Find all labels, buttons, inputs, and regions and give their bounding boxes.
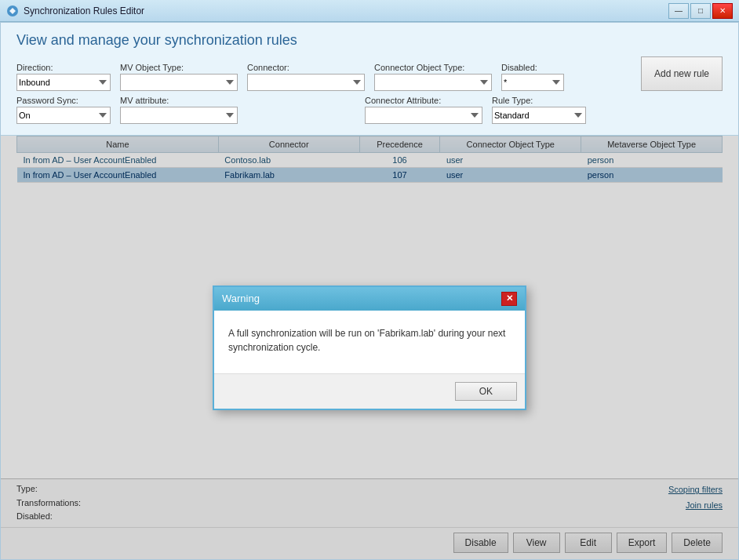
dialog-title: Warning	[222, 293, 260, 304]
close-button[interactable]: ✕	[712, 3, 733, 19]
connector-object-type-select[interactable]	[374, 74, 492, 91]
rule-type-select[interactable]: Standard	[492, 107, 586, 124]
add-new-rule-button[interactable]: Add new rule	[641, 56, 723, 91]
disabled-filter: Disabled: *	[501, 63, 564, 91]
connector-object-type-label: Connector Object Type:	[374, 63, 492, 72]
connector-select[interactable]	[247, 74, 365, 91]
password-sync-label: Password Sync:	[16, 96, 111, 105]
connector-label: Connector:	[247, 63, 365, 72]
connector-attribute-label: Connector Attribute:	[365, 96, 482, 105]
dialog-ok-button[interactable]: OK	[455, 382, 517, 401]
dialog-body: A full synchronization will be run on 'F…	[214, 311, 525, 373]
dialog-footer: OK	[214, 373, 525, 409]
dialog-title-bar: Warning ✕	[214, 287, 525, 311]
header-area: View and manage your synchronization rul…	[1, 23, 738, 136]
dialog-overlay: Warning ✕ A full synchronization will be…	[1, 136, 738, 559]
mv-object-type-label: MV Object Type:	[120, 63, 238, 72]
mv-attribute-select[interactable]	[120, 107, 238, 124]
direction-label: Direction:	[16, 63, 111, 72]
main-window: View and manage your synchronization rul…	[0, 22, 739, 560]
password-sync-select[interactable]: On	[16, 107, 111, 124]
page-title: View and manage your synchronization rul…	[16, 32, 723, 49]
password-sync-filter: Password Sync: On	[16, 96, 111, 124]
window-controls: — □ ✕	[668, 3, 733, 19]
connector-filter: Connector:	[247, 63, 365, 91]
filter-row-2: Password Sync: On MV attribute: Connecto…	[16, 96, 723, 124]
dialog-message: A full synchronization will be run on 'F…	[228, 328, 505, 353]
mv-attribute-label: MV attribute:	[120, 96, 238, 105]
app-icon	[6, 5, 19, 17]
direction-filter: Direction: Inbound	[16, 63, 111, 91]
warning-dialog: Warning ✕ A full synchronization will be…	[213, 285, 526, 410]
window-title: Synchronization Rules Editor	[24, 5, 144, 16]
connector-attribute-select[interactable]	[365, 107, 482, 124]
filter-row-1: Direction: Inbound MV Object Type: Conne…	[16, 56, 723, 91]
mv-object-type-select[interactable]	[120, 74, 238, 91]
connector-object-type-filter: Connector Object Type:	[374, 63, 492, 91]
rule-type-label: Rule Type:	[492, 96, 586, 105]
direction-select[interactable]: Inbound	[16, 74, 111, 91]
content-area: Name Connector Precedence Connector Obje…	[1, 136, 738, 559]
dialog-close-button[interactable]: ✕	[501, 292, 517, 306]
connector-attribute-filter: Connector Attribute:	[365, 96, 482, 124]
disabled-label: Disabled:	[501, 63, 564, 72]
title-bar: Synchronization Rules Editor — □ ✕	[0, 0, 739, 22]
disabled-select[interactable]: *	[501, 74, 564, 91]
mv-object-type-filter: MV Object Type:	[120, 63, 238, 91]
rule-type-filter: Rule Type: Standard	[492, 96, 586, 124]
minimize-button[interactable]: —	[668, 3, 689, 19]
maximize-button[interactable]: □	[690, 3, 711, 19]
mv-attribute-filter: MV attribute:	[120, 96, 238, 124]
